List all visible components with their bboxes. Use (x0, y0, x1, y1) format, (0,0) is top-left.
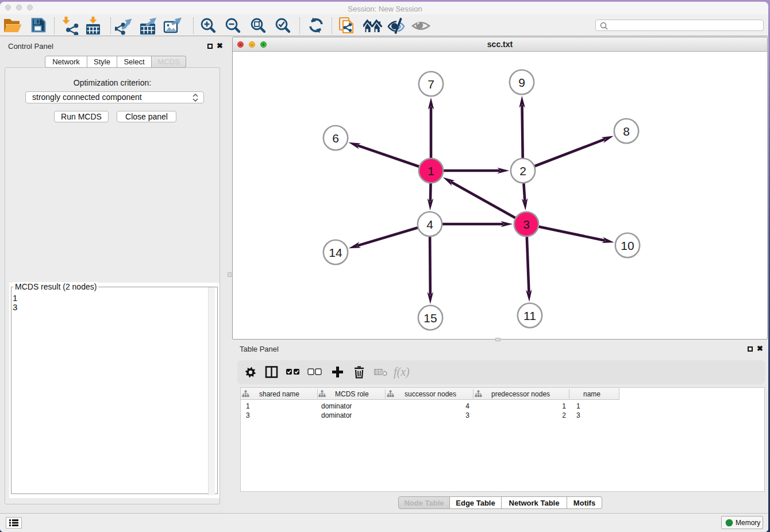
svg-text:2: 2 (519, 164, 526, 178)
svg-text:1: 1 (428, 164, 434, 178)
svg-text:15: 15 (424, 311, 437, 325)
svg-text:8: 8 (623, 125, 630, 138)
svg-text:3: 3 (523, 218, 530, 231)
svg-text:7: 7 (428, 78, 434, 91)
svg-text:10: 10 (621, 239, 634, 252)
svg-text:6: 6 (332, 132, 339, 145)
svg-text:11: 11 (523, 309, 536, 322)
svg-text:4: 4 (426, 218, 433, 231)
svg-text:14: 14 (329, 246, 342, 259)
svg-text:9: 9 (518, 76, 525, 89)
